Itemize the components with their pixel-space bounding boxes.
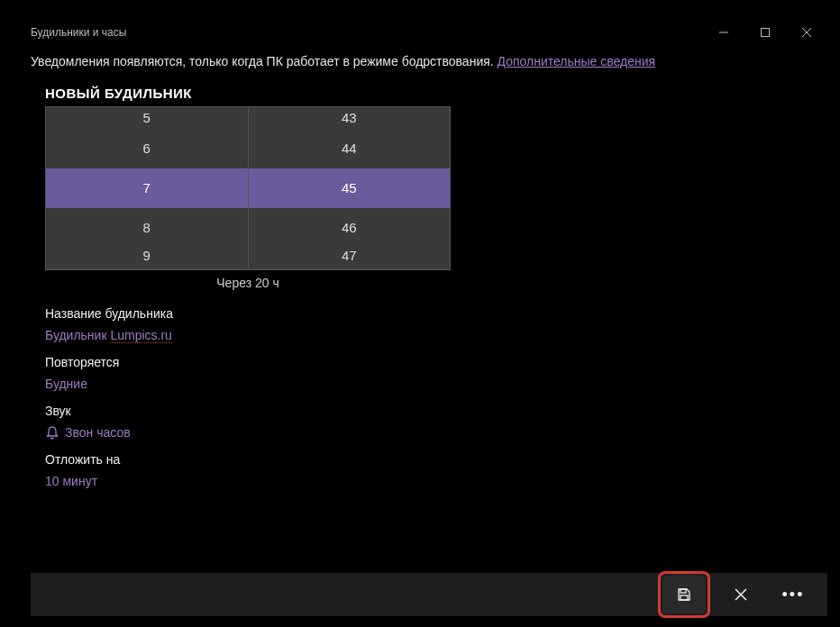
repeat-value[interactable]: Будние	[45, 377, 800, 391]
cancel-button[interactable]	[719, 576, 762, 613]
hours-column[interactable]: 5 6 7 8 9	[46, 107, 249, 269]
alarm-name-prefix: Будильник	[45, 328, 110, 342]
page-title: НОВЫЙ БУДИЛЬНИК	[45, 86, 800, 101]
more-button[interactable]: •••	[772, 576, 815, 613]
time-picker[interactable]: 5 6 7 8 9 43 44 45 46 47	[45, 106, 451, 270]
notification-link[interactable]: Дополнительные сведения	[498, 54, 656, 68]
repeat-label: Повторяется	[45, 355, 800, 369]
close-icon	[802, 28, 811, 37]
sound-label: Звук	[45, 404, 800, 418]
title-bar: Будильники и часы	[18, 18, 827, 47]
window-controls	[703, 18, 827, 47]
save-button-highlight	[658, 571, 710, 618]
minute-option[interactable]: 44	[249, 129, 451, 168]
bell-icon	[45, 425, 59, 440]
app-window: Будильники и часы Уведомления появляются…	[18, 18, 827, 616]
alarm-name-spellcheck: Lumpics.ru	[110, 328, 171, 343]
minute-option[interactable]: 47	[249, 248, 451, 269]
window-title: Будильники и часы	[31, 26, 703, 39]
notification-banner: Уведомления появляются, только когда ПК …	[18, 47, 827, 80]
snooze-label: Отложить на	[45, 452, 800, 467]
save-button[interactable]	[662, 576, 706, 613]
minute-option[interactable]: 43	[249, 107, 451, 129]
svg-rect-5	[680, 595, 688, 600]
hour-option[interactable]: 9	[46, 248, 248, 269]
hour-option[interactable]: 8	[46, 208, 248, 248]
minute-selected[interactable]: 45	[249, 168, 451, 208]
hour-option[interactable]: 5	[46, 107, 248, 129]
hour-option[interactable]: 6	[46, 129, 248, 168]
snooze-value[interactable]: 10 минут	[45, 474, 800, 488]
sound-value[interactable]: Звон часов	[45, 425, 800, 440]
more-icon: •••	[782, 586, 805, 604]
minutes-column[interactable]: 43 44 45 46 47	[249, 107, 451, 269]
app-bar: •••	[31, 573, 827, 616]
main-content: НОВЫЙ БУДИЛЬНИК 5 6 7 8 9 43 44 45 46 47…	[18, 86, 827, 488]
sound-value-text: Звон часов	[65, 425, 131, 440]
time-until-note: Через 20 ч	[45, 276, 451, 290]
maximize-icon	[761, 28, 770, 37]
svg-rect-1	[762, 29, 770, 37]
svg-rect-4	[680, 589, 686, 593]
minimize-button[interactable]	[703, 18, 744, 47]
close-window-button[interactable]	[786, 18, 827, 47]
minimize-icon	[719, 28, 728, 37]
alarm-name-value[interactable]: Будильник Lumpics.ru	[45, 328, 800, 342]
minute-option[interactable]: 46	[249, 208, 451, 248]
alarm-name-label: Название будильника	[45, 306, 800, 321]
close-icon	[733, 586, 749, 603]
save-icon	[676, 586, 692, 603]
notification-text: Уведомления появляются, только когда ПК …	[31, 54, 498, 68]
maximize-button[interactable]	[744, 18, 786, 47]
hour-selected[interactable]: 7	[46, 168, 248, 208]
